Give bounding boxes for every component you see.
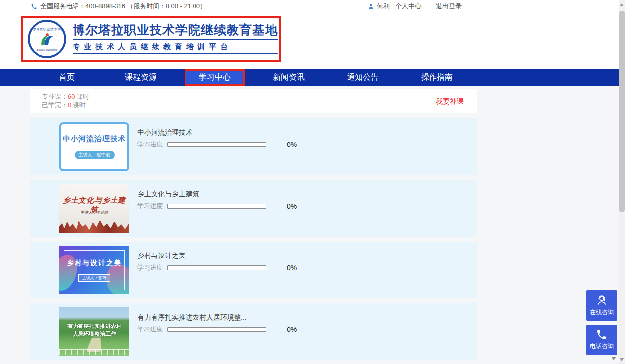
logout-link[interactable]: 退出登录 [436,2,462,11]
top-bar: 全国服务电话：400-8898-316 （服务时间：8:00 - 21:00） … [0,0,619,13]
nav-item-news[interactable]: 新闻资讯 [252,69,326,86]
progress-label: 学习进度 [137,202,163,211]
progress-bar [167,204,266,209]
subtitle-divider [73,53,278,54]
progress-percent: 0% [287,141,297,148]
stats-row-finished: 已学完：0 课时 [42,101,465,109]
username: 何利 [377,2,390,11]
thumb-title: 中小河流治理技术 [63,134,126,144]
online-consult-label: 在线咨询 [590,308,614,317]
course-card[interactable]: 有力有序扎实推进农村 人居环境整治工作 有力有序扎实推进农村人居环境整... 学… [30,303,477,360]
course-title[interactable]: 乡土文化与乡土建筑 [137,190,199,199]
lecturer-badge: 主讲人：张琦 [78,274,110,282]
phone-consult-label: 电话咨询 [590,342,614,351]
online-consult-button[interactable]: 在线咨询 [586,290,617,321]
scrollbar-down-icon[interactable] [620,358,624,361]
site-header: 博尔塔拉职业技术学院 Borala Polytechnic 博尔塔拉职业技术学院… [0,14,619,69]
logo-arc-text: 博尔塔拉职业技术学院 [29,27,65,31]
course-thumbnail[interactable]: 有力有序扎实推进农村 人居环境整治工作 [59,307,129,356]
progress-percent: 0% [287,264,297,272]
course-title[interactable]: 有力有序扎实推进农村人居环境整... [137,313,247,322]
course-thumbnail[interactable]: 乡土文化与乡土建筑 主讲人：李晓峰 [59,184,129,233]
progress-row: 学习进度 0% [137,325,297,334]
progress-row: 学习进度 0% [137,263,297,272]
phone-consult-button[interactable]: 电话咨询 [586,325,617,355]
scrollbar-up-icon[interactable] [620,3,624,6]
fence-graphic [59,349,129,355]
decor-frame [64,250,125,290]
logo-emblem-icon [38,32,56,48]
scrollbar-thumb[interactable] [619,11,625,212]
progress-row: 学习进度 0% [137,140,297,149]
thumb-title: 乡村与设计之美 [67,259,122,268]
phone-icon [31,3,37,10]
site-subtitle: 专业技术人员继续教育培训平台 [73,42,278,52]
course-thumbnail[interactable]: 中小河流治理技术 主讲人：赵中魁 [59,122,129,171]
nav-item-notices[interactable]: 通知公告 [326,69,400,86]
lecturer-badge: 主讲人：李晓峰 [59,210,129,215]
nav-item-learning-center[interactable]: 学习中心 [185,69,245,86]
service-phone-text: 全国服务电话：400-8898-316 （服务时间：8:00 - 21:00） [40,2,206,11]
progress-percent: 0% [287,326,297,333]
course-title[interactable]: 中小河流治理技术 [137,128,193,137]
course-card[interactable]: 乡村与设计之美 主讲人：张琦 乡村与设计之美 学习进度 0% [30,242,477,298]
annotation-box-logo: 博尔塔拉职业技术学院 Borala Polytechnic 博尔塔拉职业技术学院… [21,16,281,62]
vertical-scrollbar[interactable] [619,0,625,364]
course-title[interactable]: 乡村与设计之美 [137,252,186,260]
stats-row-total: 专业课：60 课时 [42,92,465,101]
logo-text-block: 博尔塔拉职业技术学院继续教育基地 专业技术人员继续教育培训平台 [73,22,278,56]
personal-center-link[interactable]: 个人中心 [395,2,421,11]
skyline-graphic [59,219,129,233]
progress-percent: 0% [287,202,297,210]
service-phone-area: 全国服务电话：400-8898-316 （服务时间：8:00 - 21:00） [31,0,206,13]
progress-label: 学习进度 [137,140,163,149]
progress-label: 学习进度 [137,325,163,334]
site-title: 博尔塔拉职业技术学院继续教育基地 [73,22,278,38]
progress-bar [167,327,266,332]
lecturer-badge: 主讲人：赵中魁 [75,151,115,159]
course-thumbnail[interactable]: 乡村与设计之美 主讲人：张琦 [59,246,129,294]
course-card[interactable]: 中小河流治理技术 主讲人：赵中魁 中小河流治理技术 学习进度 0% [30,118,477,175]
title-divider [73,39,278,40]
main-nav: 首页 课程资源 学习中心 新闻资讯 通知公告 操作指南 [0,69,619,86]
school-logo[interactable]: 博尔塔拉职业技术学院 Borala Polytechnic [28,20,66,58]
phone-consult-icon [596,329,608,341]
scroll-down-icon[interactable] [611,357,616,360]
study-stats-card: 专业课：60 课时 已学完：0 课时 我要补课 [30,89,477,113]
nav-item-courses[interactable]: 课程资源 [104,69,178,86]
nav-item-guide[interactable]: 操作指南 [400,69,474,86]
makeup-class-link[interactable]: 我要补课 [436,97,464,106]
progress-label: 学习进度 [137,263,163,272]
total-hours-value: 60 [68,93,75,100]
progress-bar [167,265,266,270]
user-icon [368,3,374,10]
course-card[interactable]: 乡土文化与乡土建筑 主讲人：李晓峰 乡土文化与乡土建筑 学习进度 0% [30,180,477,237]
content-area: 专业课：60 课时 已学完：0 课时 我要补课 中小河流治理技术 主讲人：赵中魁… [0,86,619,364]
nav-item-home[interactable]: 首页 [30,69,104,86]
progress-row: 学习进度 0% [137,202,297,211]
logo-latin-text: Borala Polytechnic [37,48,57,51]
thumb-title: 有力有序扎实推进农村 人居环境整治工作 [59,322,129,338]
progress-bar [167,142,266,147]
online-consult-icon [595,294,608,307]
user-area: 何利 个人中心 退出登录 [368,0,462,13]
